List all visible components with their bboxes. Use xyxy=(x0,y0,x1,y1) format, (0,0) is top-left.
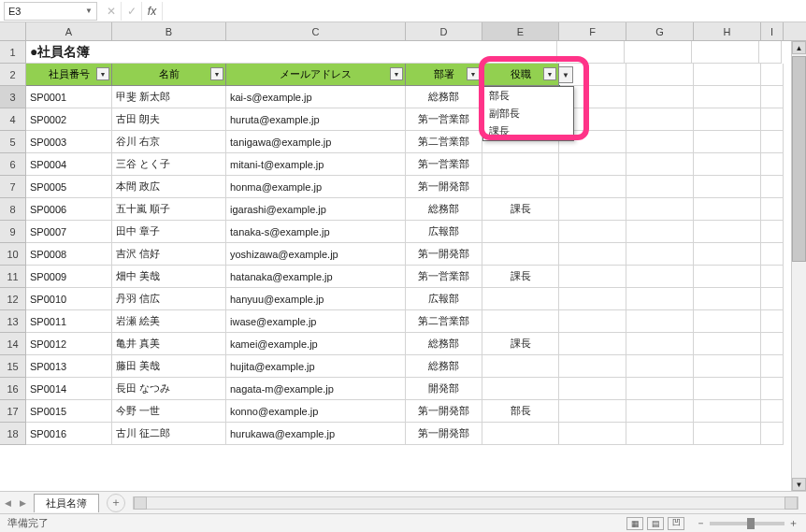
col-header-G[interactable]: G xyxy=(626,22,694,40)
cell-name[interactable]: 三谷 とく子 xyxy=(112,153,226,176)
formula-input[interactable] xyxy=(163,2,806,21)
cell-email[interactable]: yoshizawa@example.jp xyxy=(226,243,406,266)
cell[interactable] xyxy=(761,288,784,310)
tab-nav-next-icon[interactable]: ▶ xyxy=(15,494,30,512)
row-header-13[interactable]: 13 xyxy=(0,310,26,333)
cell-dept[interactable]: 第二営業部 xyxy=(406,131,482,153)
cell-id[interactable]: SP0009 xyxy=(26,266,112,288)
cell[interactable] xyxy=(761,153,784,176)
horizontal-scrollbar[interactable] xyxy=(133,496,799,510)
cell[interactable] xyxy=(557,41,625,64)
dropdown-option[interactable]: 課長 xyxy=(483,122,573,140)
row-header-4[interactable]: 4 xyxy=(0,108,26,131)
cell[interactable] xyxy=(761,64,784,86)
cell-id[interactable]: SP0001 xyxy=(26,86,112,108)
cell[interactable] xyxy=(626,198,694,221)
col-header-C[interactable]: C xyxy=(226,22,406,40)
cell[interactable] xyxy=(694,108,761,131)
cell[interactable] xyxy=(626,355,694,378)
cell-id[interactable]: SP0012 xyxy=(26,333,112,355)
cell-name[interactable]: 五十嵐 順子 xyxy=(112,198,226,221)
cell[interactable] xyxy=(559,266,626,288)
cell[interactable] xyxy=(626,310,694,333)
cell-id[interactable]: SP0013 xyxy=(26,355,112,378)
cell-role[interactable]: 課長 xyxy=(482,198,559,221)
table-header-role[interactable]: 役職▼ xyxy=(482,64,559,86)
cell[interactable] xyxy=(626,378,694,400)
cell-id[interactable]: SP0006 xyxy=(26,198,112,221)
cell[interactable] xyxy=(626,288,694,310)
col-header-A[interactable]: A xyxy=(26,22,112,40)
table-header-name[interactable]: 名前▼ xyxy=(112,64,226,86)
table-header-id[interactable]: 社員番号▼ xyxy=(26,64,112,86)
cell-role[interactable] xyxy=(482,288,559,310)
cell[interactable] xyxy=(694,355,761,378)
cell[interactable] xyxy=(559,288,626,310)
cell-name[interactable]: 今野 一世 xyxy=(112,400,226,423)
select-all-corner[interactable] xyxy=(0,22,26,40)
col-header-H[interactable]: H xyxy=(694,22,761,40)
cell[interactable] xyxy=(626,86,694,108)
cell[interactable] xyxy=(559,176,626,198)
cell-name[interactable]: 甲斐 新太郎 xyxy=(112,86,226,108)
fx-button[interactable]: fx xyxy=(142,2,163,21)
row-header-1[interactable]: 1 xyxy=(0,41,26,64)
row-header-16[interactable]: 16 xyxy=(0,378,26,400)
cell-dept[interactable]: 第二営業部 xyxy=(406,310,482,333)
cell[interactable] xyxy=(761,108,784,131)
accept-formula-button[interactable]: ✓ xyxy=(122,2,142,21)
cell-name[interactable]: 藤田 美哉 xyxy=(112,355,226,378)
cell[interactable] xyxy=(694,378,761,400)
cell-role[interactable] xyxy=(482,378,559,400)
cell[interactable] xyxy=(626,333,694,355)
cell-dept[interactable]: 広報部 xyxy=(406,288,482,310)
chevron-down-icon[interactable]: ▼ xyxy=(85,7,93,15)
cell-dept[interactable]: 第一営業部 xyxy=(406,153,482,176)
cell-dept[interactable]: 総務部 xyxy=(406,333,482,355)
filter-icon[interactable]: ▼ xyxy=(96,67,109,80)
filter-icon[interactable]: ▼ xyxy=(210,67,223,80)
dropdown-option[interactable]: 部長 xyxy=(483,87,573,105)
cell-id[interactable]: SP0016 xyxy=(26,423,112,445)
cell-dept[interactable]: 第一開発部 xyxy=(406,176,482,198)
scroll-up-icon[interactable]: ▲ xyxy=(792,41,806,54)
row-header-6[interactable]: 6 xyxy=(0,153,26,176)
cell-email[interactable]: hurukawa@example.jp xyxy=(226,423,406,445)
col-header-E[interactable]: E xyxy=(482,22,559,40)
cell[interactable] xyxy=(694,86,761,108)
cell[interactable] xyxy=(761,243,784,266)
cell[interactable] xyxy=(559,400,626,423)
cell-id[interactable]: SP0003 xyxy=(26,131,112,153)
cell-email[interactable]: tanigawa@example.jp xyxy=(226,131,406,153)
cell-email[interactable]: konno@example.jp xyxy=(226,400,406,423)
cancel-formula-button[interactable]: ✕ xyxy=(101,2,122,21)
cell-role[interactable] xyxy=(482,221,559,243)
sheet-tab[interactable]: 社員名簿 xyxy=(34,494,99,512)
cell[interactable] xyxy=(694,243,761,266)
row-header-17[interactable]: 17 xyxy=(0,400,26,423)
col-header-F[interactable]: F xyxy=(559,22,626,40)
cell-role[interactable] xyxy=(482,176,559,198)
cell-name[interactable]: 古田 朗夫 xyxy=(112,108,226,131)
cell[interactable] xyxy=(761,310,784,333)
col-header-D[interactable]: D xyxy=(406,22,482,40)
cell-dept[interactable]: 第一営業部 xyxy=(406,108,482,131)
validation-dropdown-button[interactable]: ▼ xyxy=(558,66,573,83)
cell-dept[interactable]: 開発部 xyxy=(406,378,482,400)
filter-icon[interactable]: ▼ xyxy=(467,67,480,80)
cell[interactable] xyxy=(761,176,784,198)
cell-name[interactable]: 岩瀬 絵美 xyxy=(112,310,226,333)
normal-view-icon[interactable]: ▦ xyxy=(626,517,643,530)
cell-email[interactable]: iwase@example.jp xyxy=(226,310,406,333)
cell-role[interactable] xyxy=(482,153,559,176)
cell-role[interactable]: 課長 xyxy=(482,266,559,288)
cell[interactable] xyxy=(694,288,761,310)
row-header-7[interactable]: 7 xyxy=(0,176,26,198)
cell[interactable] xyxy=(559,423,626,445)
cell[interactable] xyxy=(694,221,761,243)
cell-name[interactable]: 田中 章子 xyxy=(112,221,226,243)
cell[interactable] xyxy=(626,153,694,176)
zoom-out-button[interactable]: － xyxy=(696,516,706,530)
cell-dept[interactable]: 総務部 xyxy=(406,86,482,108)
cell-name[interactable]: 畑中 美哉 xyxy=(112,266,226,288)
